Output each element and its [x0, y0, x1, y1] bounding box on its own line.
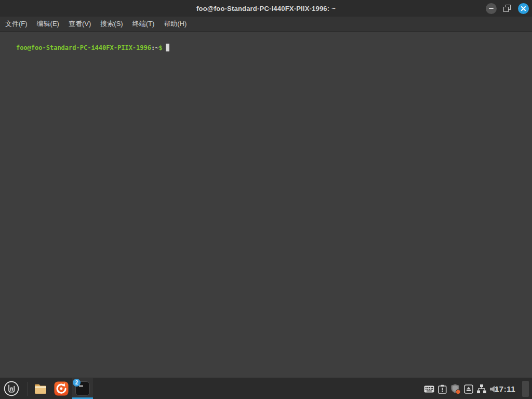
minimize-icon	[489, 8, 494, 9]
clipboard-alert-icon	[438, 384, 447, 394]
window-count-badge: 2	[73, 379, 81, 387]
panel-separator	[27, 382, 28, 396]
menu-search[interactable]: 搜索(S)	[96, 17, 127, 31]
close-button[interactable]	[518, 3, 529, 14]
network-tray[interactable]	[476, 378, 487, 399]
prompt-symbol: $	[158, 44, 162, 51]
terminal-screen[interactable]: foo@foo-Standard-PC-i440FX-PIIX-1996:~$	[0, 32, 532, 378]
eject-icon	[464, 384, 473, 394]
menubar: 文件(F) 编辑(E) 查看(V) 搜索(S) 终端(T) 帮助(H)	[0, 17, 532, 32]
text-cursor	[166, 44, 169, 51]
window-title: foo@foo-Standard-PC-i440FX-PIIX-1996: ~	[196, 5, 336, 12]
taskbar-panel: 2	[0, 378, 532, 399]
shield-status-icon	[450, 383, 461, 395]
shell-prompt: foo@foo-Standard-PC-i440FX-PIIX-1996:~$	[1, 35, 531, 61]
keyboard-layout-tray[interactable]	[424, 378, 434, 399]
clock[interactable]: 17:11	[495, 378, 515, 399]
menu-help[interactable]: 帮助(H)	[159, 17, 191, 31]
updater-launcher[interactable]	[54, 381, 69, 396]
show-desktop-button[interactable]	[522, 381, 529, 397]
minimize-button[interactable]	[486, 3, 497, 14]
terminal-cursor-glyph	[79, 385, 83, 387]
folder-icon	[33, 381, 48, 396]
maximize-button[interactable]	[502, 3, 513, 14]
mint-menu-button[interactable]	[3, 380, 20, 397]
menu-terminal[interactable]: 终端(T)	[128, 17, 159, 31]
firewall-status-tray[interactable]	[450, 378, 461, 399]
linuxmint-logo-icon	[3, 380, 20, 397]
file-manager-launcher[interactable]	[33, 381, 48, 396]
titlebar[interactable]: foo@foo-Standard-PC-i440FX-PIIX-1996: ~	[0, 0, 532, 17]
prompt-user-host: foo@foo-Standard-PC-i440FX-PIIX-1996	[16, 44, 151, 51]
menu-view[interactable]: 查看(V)	[64, 17, 96, 31]
refresh-arrow-icon	[54, 381, 69, 396]
window-controls	[486, 0, 529, 17]
update-manager-tray[interactable]	[438, 378, 447, 399]
menu-edit[interactable]: 编辑(E)	[32, 17, 64, 31]
close-icon	[521, 6, 526, 11]
menu-file[interactable]: 文件(F)	[1, 17, 32, 31]
network-wired-icon	[476, 384, 487, 394]
restore-icon	[503, 5, 511, 12]
taskbar-window-terminal[interactable]: 2	[72, 378, 93, 399]
keyboard-icon	[424, 385, 434, 393]
removable-media-tray[interactable]	[464, 378, 473, 399]
